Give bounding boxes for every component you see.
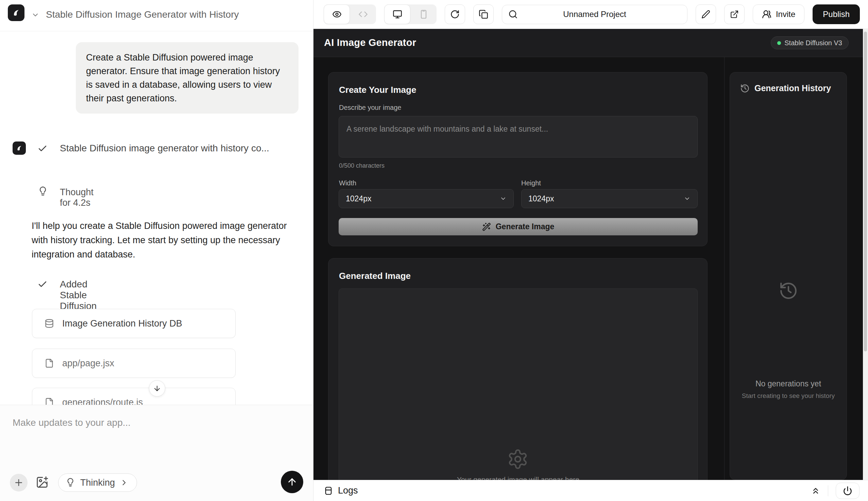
artifact-card-route[interactable]: generations/route.js [32, 388, 236, 405]
image-plus-icon [36, 476, 48, 489]
width-label: Width [339, 179, 356, 187]
composer-toolbar: Thinking [0, 473, 313, 492]
history-title: Generation History [755, 83, 831, 93]
lightbulb-icon [37, 186, 48, 197]
copy-icon [479, 10, 488, 19]
invite-label: Invite [776, 10, 795, 19]
logs-actions [811, 483, 859, 499]
chevron-down-icon [500, 195, 507, 202]
file-icon [45, 359, 54, 368]
send-button[interactable] [281, 471, 303, 493]
prompt-label: Describe your image [339, 104, 401, 111]
pencil-icon [702, 10, 710, 19]
desktop-view-button[interactable] [384, 4, 410, 24]
workspace-panel: Unnamed Project Invite Publish AI Image … [314, 0, 868, 501]
generate-button-label: Generate Image [496, 222, 554, 231]
logs-toggle[interactable]: Logs [324, 486, 358, 496]
prompt-textarea-wrap [339, 116, 698, 158]
logs-panel-icon [324, 486, 333, 495]
logs-label: Logs [338, 486, 358, 496]
refresh-button[interactable] [445, 4, 465, 24]
divider [828, 486, 828, 496]
invite-button[interactable]: Invite [753, 4, 804, 24]
create-card-title: Create Your Image [339, 85, 416, 95]
user-message-bubble: Create a Stable Diffusion powered image … [76, 42, 299, 114]
chevrons-up-icon[interactable] [811, 486, 821, 495]
chat-panel: Stable Diffusion Image Generator with Hi… [0, 0, 314, 501]
preview-divider [724, 57, 725, 480]
plus-icon [14, 478, 24, 488]
add-attachment-button[interactable] [10, 474, 28, 491]
history-icon [740, 84, 750, 93]
composer-placeholder[interactable]: Make updates to your app... [13, 417, 131, 428]
history-empty-subtitle: Start creating to see your history [730, 392, 847, 399]
composer[interactable]: Make updates to your app... Thinking [0, 405, 313, 501]
check-icon [37, 279, 47, 289]
power-button[interactable] [836, 483, 859, 499]
gear-icon [507, 448, 529, 470]
arrow-down-icon [153, 384, 161, 393]
generated-image-card: Generated Image Your generated image wil… [328, 258, 707, 480]
open-in-new-tab-button[interactable] [724, 4, 745, 24]
rename-button[interactable] [696, 4, 716, 24]
monitor-icon [393, 10, 402, 19]
task-title[interactable]: Stable Diffusion image generator with hi… [60, 143, 269, 154]
mobile-view-button[interactable] [410, 4, 436, 24]
preview-app-title: AI Image Generator [324, 37, 416, 48]
artifact-card-database[interactable]: Image Generation History DB [32, 309, 236, 338]
chat-header: Stable Diffusion Image Generator with Hi… [0, 0, 313, 31]
thinking-mode-selector[interactable]: Thinking [58, 473, 137, 492]
search-icon [508, 10, 518, 19]
project-name-bar[interactable]: Unnamed Project [502, 5, 687, 24]
chevron-down-icon[interactable] [31, 11, 40, 19]
model-badge-label: Stable Diffusion V3 [784, 39, 842, 47]
arrow-up-icon [286, 477, 297, 487]
preview-mode-button[interactable] [324, 4, 350, 24]
chat-messages: Create a Stable Diffusion powered image … [0, 31, 313, 405]
history-header: Generation History [740, 83, 831, 93]
artifact-label: app/page.jsx [62, 358, 114, 369]
generated-image-placeholder: Your generated image will appear here [339, 288, 698, 480]
wand-sparkles-icon [482, 222, 491, 231]
app-preview: AI Image Generator Stable Diffusion V3 C… [314, 29, 863, 480]
preview-body: Create Your Image Describe your image 0/… [314, 57, 863, 480]
app-logo[interactable] [8, 4, 24, 21]
publish-button[interactable]: Publish [813, 4, 860, 24]
preview-scrollbar[interactable] [863, 29, 868, 480]
refresh-icon [450, 10, 460, 19]
assistant-avatar [13, 141, 26, 155]
height-value: 1024px [528, 194, 554, 203]
chat-title: Stable Diffusion Image Generator with Hi… [46, 9, 239, 20]
artifact-label: Image Generation History DB [62, 318, 182, 329]
app-root: Stable Diffusion Image Generator with Hi… [0, 0, 868, 501]
height-label: Height [521, 179, 541, 187]
status-dot [777, 41, 781, 45]
code-mode-button[interactable] [350, 4, 376, 24]
generated-card-title: Generated Image [339, 271, 411, 281]
file-icon [45, 398, 54, 405]
history-empty-title: No generations yet [730, 379, 847, 388]
thinking-label: Thinking [80, 478, 115, 488]
scrollbar-thumb[interactable] [864, 32, 867, 351]
eye-icon [332, 10, 342, 19]
width-value: 1024px [346, 194, 371, 203]
scroll-to-bottom-button[interactable] [149, 380, 165, 397]
artifact-card-page[interactable]: app/page.jsx [32, 349, 236, 378]
model-badge: Stable Diffusion V3 [771, 36, 849, 49]
copy-button[interactable] [473, 4, 494, 24]
task-title-row: Stable Diffusion image generator with hi… [0, 143, 313, 157]
history-empty-icon [730, 281, 847, 301]
prompt-textarea[interactable] [346, 125, 690, 149]
logo-swoosh-icon [15, 144, 23, 152]
generate-image-button[interactable]: Generate Image [339, 218, 698, 235]
height-select[interactable]: 1024px [521, 189, 698, 208]
logo-swoosh-icon [11, 8, 21, 18]
add-image-button[interactable] [36, 476, 48, 489]
thought-duration: Thought for 4.2s [60, 187, 94, 208]
char-counter: 0/500 characters [339, 162, 384, 169]
users-icon [762, 10, 771, 19]
chevron-right-icon [120, 478, 129, 487]
smartphone-icon [419, 10, 428, 19]
preview-app-header: AI Image Generator Stable Diffusion V3 [314, 29, 863, 57]
width-select[interactable]: 1024px [339, 189, 514, 208]
